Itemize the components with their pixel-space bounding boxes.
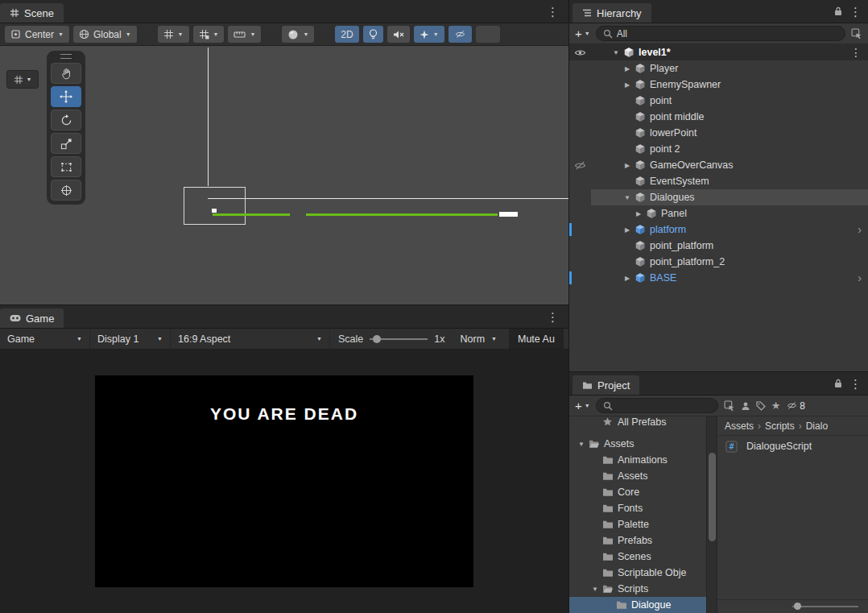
visibility-eye-off-icon[interactable] bbox=[574, 159, 586, 172]
project-folder-dialogue[interactable]: Dialogue bbox=[569, 597, 706, 613]
lock-icon[interactable] bbox=[834, 6, 842, 16]
foldout-closed-icon[interactable]: ▶ bbox=[622, 65, 633, 72]
scale-slider-knob[interactable] bbox=[373, 335, 381, 343]
visibility-eye-icon[interactable] bbox=[574, 47, 586, 59]
hierarchy-item-platform[interactable]: ▶platform› bbox=[569, 222, 868, 238]
transform-tool-button[interactable] bbox=[51, 180, 81, 201]
grid-visibility-dropdown[interactable]: ▼ bbox=[158, 26, 189, 43]
foldout-closed-icon[interactable]: ▶ bbox=[622, 226, 633, 234]
icon-size-slider[interactable] bbox=[792, 606, 858, 607]
project-folder-assets[interactable]: ▼Assets bbox=[569, 436, 706, 452]
aspect-ratio-dropdown[interactable]: 16:9 Aspect ▼ bbox=[171, 329, 330, 349]
project-folder-all-prefabs[interactable]: All Prefabs bbox=[569, 416, 706, 425]
scene-viewport[interactable]: ▼ bbox=[0, 46, 568, 304]
file-dialoguescript[interactable]: #DialogueScript bbox=[717, 438, 868, 454]
filter-by-type-icon[interactable] bbox=[741, 401, 750, 411]
overlay-drag-handle[interactable] bbox=[60, 54, 72, 59]
snap-increment-dropdown[interactable]: ▼ bbox=[228, 26, 261, 43]
scene-effects-dropdown[interactable]: ▼ bbox=[414, 26, 444, 43]
rect-tool-button[interactable] bbox=[51, 156, 81, 177]
project-folder-core[interactable]: Core bbox=[569, 484, 706, 500]
scale-slider[interactable] bbox=[370, 338, 428, 340]
foldout-open-icon[interactable]: ▼ bbox=[576, 441, 587, 448]
hierarchy-item-gameovercanvas[interactable]: ▶GameOverCanvas bbox=[569, 157, 868, 173]
scene-audio-toggle[interactable] bbox=[387, 26, 410, 43]
icon-size-knob[interactable] bbox=[794, 603, 801, 610]
foldout-open-icon[interactable]: ▼ bbox=[589, 586, 601, 593]
hierarchy-item-enemyspawner[interactable]: ▶EnemySpawner bbox=[569, 77, 868, 93]
scale-tool-button[interactable] bbox=[51, 133, 81, 154]
prefab-open-chevron-icon[interactable]: › bbox=[858, 224, 862, 235]
hierarchy-menu-kebab-icon[interactable]: ⋮ bbox=[849, 6, 862, 18]
tab-scene[interactable]: Scene bbox=[0, 3, 64, 23]
move-tool-button[interactable] bbox=[51, 86, 81, 107]
project-folder-palette[interactable]: Palette bbox=[569, 516, 706, 532]
hierarchy-item-level1[interactable]: ▼level1*⋮ bbox=[569, 44, 868, 60]
project-search-field[interactable] bbox=[596, 398, 718, 413]
scene-menu-kebab-icon[interactable]: ⋮ bbox=[547, 6, 559, 18]
breadcrumb-item-assets[interactable]: Assets bbox=[725, 420, 754, 432]
tab-project[interactable]: Project bbox=[572, 375, 639, 395]
hierarchy-search-field[interactable] bbox=[596, 26, 845, 41]
hierarchy-item-point[interactable]: point bbox=[569, 93, 868, 109]
search-picker-icon[interactable] bbox=[724, 400, 735, 412]
draw-mode-dropdown[interactable]: ▼ bbox=[282, 26, 314, 43]
project-menu-kebab-icon[interactable]: ⋮ bbox=[849, 378, 862, 390]
foldout-open-icon[interactable]: ▼ bbox=[610, 49, 622, 56]
view-hand-tool-button[interactable] bbox=[51, 63, 81, 84]
hierarchy-item-eventsystem[interactable]: EventSystem bbox=[569, 173, 868, 189]
create-asset-dropdown[interactable]: + ▼ bbox=[575, 399, 590, 412]
prefab-open-chevron-icon[interactable]: › bbox=[858, 272, 862, 284]
foldout-closed-icon[interactable]: ▶ bbox=[622, 275, 633, 282]
game-view-dropdown[interactable]: Game ▼ bbox=[0, 329, 90, 349]
tab-game[interactable]: Game bbox=[0, 309, 64, 328]
grid-snap-dropdown[interactable]: ▼ bbox=[193, 26, 225, 43]
project-search-input[interactable] bbox=[617, 400, 711, 412]
hidden-objects-count[interactable]: 8 bbox=[786, 400, 805, 412]
search-picker-icon[interactable] bbox=[851, 28, 862, 39]
breadcrumb-item-scripts[interactable]: Scripts bbox=[765, 420, 795, 432]
pivot-mode-dropdown[interactable]: Center ▼ bbox=[5, 26, 69, 43]
breadcrumb-item-dialo[interactable]: Dialo bbox=[806, 420, 828, 432]
hierarchy-item-point-2[interactable]: point 2 bbox=[569, 141, 868, 157]
hierarchy-item-point-middle[interactable]: point middle bbox=[569, 109, 868, 125]
mute-audio-button[interactable]: Mute Au bbox=[509, 329, 564, 349]
project-folder-fonts[interactable]: Fonts bbox=[569, 500, 706, 516]
scene-visibility-toggle[interactable] bbox=[448, 26, 472, 43]
project-folder-prefabs[interactable]: Prefabs bbox=[569, 532, 706, 549]
filter-by-label-icon[interactable] bbox=[756, 401, 766, 411]
vsync-dropdown[interactable]: Norm ▼ bbox=[453, 329, 504, 349]
display-dropdown[interactable]: Display 1 ▼ bbox=[90, 329, 171, 349]
project-tree-scrollbar[interactable] bbox=[706, 416, 717, 613]
project-folder-animations[interactable]: Animations bbox=[569, 452, 706, 468]
scene-options-kebab-icon[interactable]: ⋮ bbox=[850, 47, 862, 58]
project-folder-scripts[interactable]: ▼Scripts bbox=[569, 581, 706, 597]
foldout-closed-icon[interactable]: ▶ bbox=[622, 81, 633, 89]
foldout-closed-icon[interactable]: ▶ bbox=[622, 162, 633, 169]
hierarchy-item-point-platform-2[interactable]: point_platform_2 bbox=[569, 254, 868, 270]
game-menu-kebab-icon[interactable]: ⋮ bbox=[547, 311, 559, 323]
rotate-tool-button[interactable] bbox=[51, 110, 81, 130]
project-folder-scenes[interactable]: Scenes bbox=[569, 549, 706, 565]
scrollbar-thumb[interactable] bbox=[709, 453, 716, 541]
foldout-open-icon[interactable]: ▼ bbox=[622, 194, 633, 201]
hierarchy-item-point-platform[interactable]: point_platform bbox=[569, 238, 868, 254]
toggle-2d-button[interactable]: 2D bbox=[335, 26, 358, 43]
hierarchy-item-base[interactable]: ▶BASE› bbox=[569, 270, 868, 286]
hierarchy-item-lowerpoint[interactable]: lowerPoint bbox=[569, 125, 868, 141]
game-viewport[interactable]: YOU ARE DEAD bbox=[0, 350, 568, 613]
orientation-dropdown[interactable]: Global ▼ bbox=[73, 26, 137, 43]
hierarchy-search-input[interactable] bbox=[617, 28, 838, 39]
foldout-closed-icon[interactable]: ▶ bbox=[633, 210, 644, 217]
scene-grid-settings-dropdown[interactable]: ▼ bbox=[6, 70, 39, 89]
favorites-icon[interactable]: ★ bbox=[771, 400, 781, 411]
hierarchy-item-panel[interactable]: ▶Panel bbox=[569, 205, 868, 222]
project-folder-scriptable-obje[interactable]: Scriptable Obje bbox=[569, 565, 706, 581]
tab-hierarchy[interactable]: Hierarchy bbox=[572, 3, 651, 23]
project-folder-assets[interactable]: Assets bbox=[569, 468, 706, 484]
hierarchy-item-dialogues[interactable]: ▼Dialogues bbox=[569, 189, 868, 205]
hierarchy-item-player[interactable]: ▶Player bbox=[569, 60, 868, 77]
scene-lighting-toggle[interactable] bbox=[363, 26, 383, 43]
scene-camera-button[interactable] bbox=[476, 26, 500, 43]
create-object-dropdown[interactable]: + ▼ bbox=[575, 27, 590, 40]
